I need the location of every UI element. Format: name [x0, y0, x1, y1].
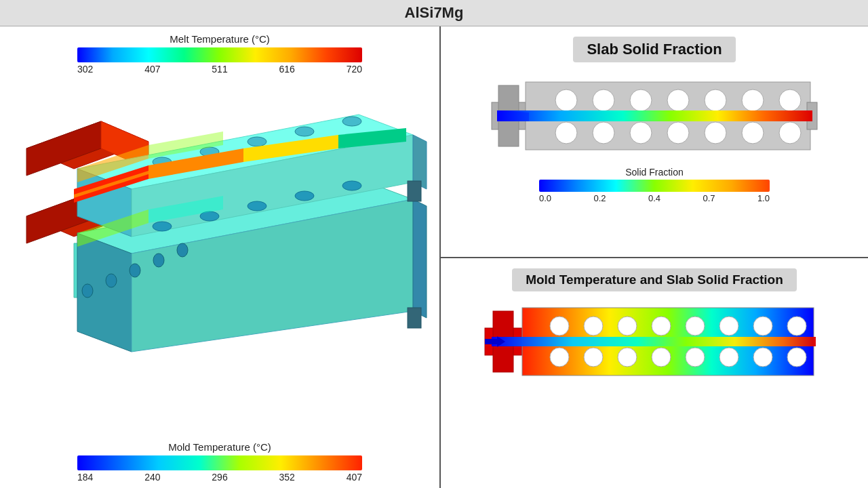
mold-slab-diagram [485, 301, 824, 382]
svg-point-65 [584, 317, 603, 336]
slab-cross-section [492, 72, 817, 160]
svg-rect-59 [497, 110, 812, 121]
melt-tick-2: 407 [144, 64, 160, 75]
svg-point-48 [667, 89, 689, 111]
svg-point-25 [248, 137, 267, 146]
svg-point-52 [555, 122, 577, 144]
svg-point-17 [177, 243, 188, 257]
svg-point-56 [705, 122, 726, 144]
sf-colorbar-ticks: 0.0 0.2 0.4 0.7 1.0 [539, 193, 770, 203]
svg-point-26 [295, 127, 314, 136]
svg-point-50 [742, 89, 764, 111]
svg-point-21 [295, 191, 314, 201]
svg-point-79 [787, 348, 806, 367]
svg-point-66 [618, 317, 637, 336]
sf-tick-1: 0.0 [539, 193, 551, 203]
svg-point-77 [719, 348, 738, 367]
main-container: AlSi7Mg Melt Temperature (°C) 302 407 51… [0, 0, 868, 488]
mold-tick-3: 296 [212, 472, 227, 483]
svg-marker-34 [413, 199, 427, 318]
sf-colorbar-label: Solid Fraction [625, 167, 684, 178]
sf-tick-5: 1.0 [757, 193, 770, 203]
svg-point-54 [630, 122, 652, 144]
left-panel: Melt Temperature (°C) 302 407 511 616 72… [0, 26, 441, 488]
mold-colorbar-section: Mold Temperature (°C) 184 240 296 352 40… [0, 441, 439, 483]
melt-colorbar-label: Melt Temperature (°C) [170, 33, 269, 45]
slab-diagram-svg [492, 72, 817, 160]
melt-colorbar-ticks: 302 407 511 616 720 [77, 64, 362, 75]
svg-point-27 [342, 117, 361, 126]
mold-slab-title: Mold Temperature and Slab Solid Fraction [512, 268, 797, 291]
melt-colorbar-section: Melt Temperature (°C) 302 407 511 616 72… [0, 33, 439, 75]
svg-point-73 [584, 348, 603, 367]
svg-point-18 [153, 222, 172, 231]
svg-point-75 [652, 348, 671, 367]
sf-tick-4: 0.7 [703, 193, 715, 203]
svg-point-16 [153, 253, 164, 267]
app-title: AlSi7Mg [405, 4, 464, 21]
mold-slab-svg [485, 301, 824, 382]
mold-tick-2: 240 [144, 472, 160, 483]
svg-point-76 [686, 348, 705, 367]
melt-tick-5: 720 [347, 64, 362, 75]
slab-solid-fraction-title: Slab Solid Fraction [573, 37, 735, 62]
mold-colorbar-bar [77, 455, 362, 470]
melt-tick-3: 511 [212, 64, 227, 75]
right-top-panel: Slab Solid Fraction [441, 26, 868, 258]
svg-point-70 [753, 317, 772, 336]
svg-rect-36 [408, 308, 421, 328]
sf-colorbar-section: Solid Fraction 0.0 0.2 0.4 0.7 1.0 [539, 167, 770, 203]
svg-point-13 [82, 284, 93, 298]
sf-tick-2: 0.2 [593, 193, 606, 203]
content-area: Melt Temperature (°C) 302 407 511 616 72… [0, 26, 868, 488]
mold-tick-4: 352 [279, 472, 294, 483]
svg-point-64 [550, 317, 569, 336]
mold-tick-5: 407 [347, 472, 362, 483]
3d-visualization [3, 77, 437, 369]
svg-point-15 [130, 264, 140, 277]
svg-point-47 [630, 89, 652, 111]
svg-point-72 [550, 348, 569, 367]
sf-tick-3: 0.4 [648, 193, 660, 203]
svg-point-51 [779, 89, 801, 111]
svg-point-22 [342, 181, 361, 190]
svg-rect-35 [408, 181, 421, 201]
mold-colorbar-ticks: 184 240 296 352 407 [77, 472, 362, 483]
sf-colorbar-bar [539, 180, 770, 192]
svg-rect-81 [485, 339, 498, 344]
svg-point-68 [686, 317, 705, 336]
title-bar: AlSi7Mg [0, 0, 868, 26]
svg-point-58 [779, 122, 801, 144]
right-bottom-panel: Mold Temperature and Slab Solid Fraction [441, 258, 868, 489]
3d-svg [13, 81, 427, 365]
svg-point-69 [719, 317, 738, 336]
mold-colorbar-label: Mold Temperature (°C) [168, 441, 271, 453]
svg-point-55 [667, 122, 689, 144]
melt-tick-1: 302 [77, 64, 93, 75]
svg-point-57 [742, 122, 764, 144]
svg-point-71 [787, 317, 806, 336]
svg-point-53 [593, 122, 614, 144]
svg-point-45 [555, 89, 577, 111]
svg-rect-80 [492, 337, 816, 346]
svg-point-67 [652, 317, 671, 336]
svg-point-46 [593, 89, 614, 111]
svg-point-49 [705, 89, 726, 111]
melt-colorbar-bar [77, 47, 362, 62]
svg-point-78 [753, 348, 772, 367]
melt-tick-4: 616 [279, 64, 294, 75]
svg-point-14 [106, 274, 117, 287]
svg-point-20 [248, 201, 267, 211]
right-panel: Slab Solid Fraction [441, 26, 868, 488]
svg-point-74 [618, 348, 637, 367]
mold-tick-1: 184 [77, 472, 93, 483]
